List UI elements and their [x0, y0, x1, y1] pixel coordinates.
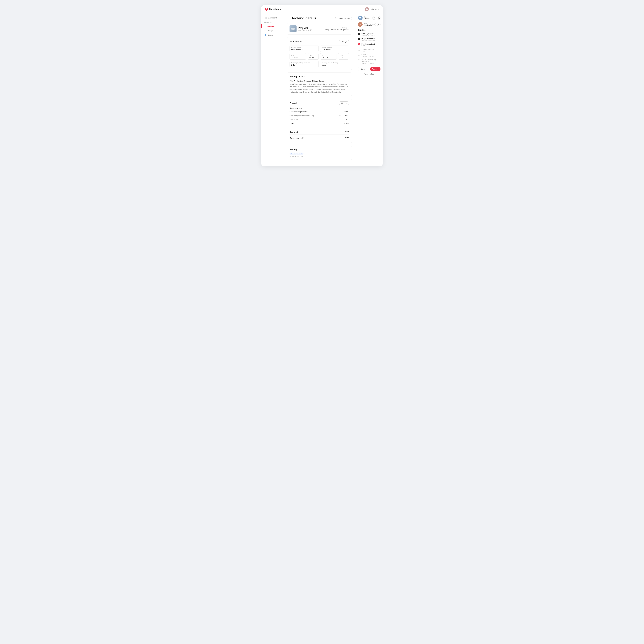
host-info: SL Host Simon L.: [358, 16, 371, 20]
from-date-field: From 13 June: [290, 53, 306, 60]
timeline-label-5: Check-out / Booking completion: [361, 59, 380, 63]
timeline-dot-inner-2: [359, 44, 359, 45]
timeline-item-5: Check-out / Booking completion 27 April …: [358, 59, 380, 64]
sidebar-item-dashboard[interactable]: ⬜ Dashboard: [261, 16, 283, 20]
logo: Cinédécors: [265, 8, 281, 11]
payout-fee-amount: €30: [346, 119, 349, 121]
approve-button[interactable]: Approve: [370, 67, 381, 71]
host-email-button[interactable]: ✉: [372, 16, 376, 20]
add-contract-button[interactable]: + Add contract: [358, 73, 380, 75]
guest-email-button[interactable]: ✉: [372, 23, 376, 26]
page-title: Booking details: [290, 16, 317, 20]
payout-prep-strikethrough: €1,380: [339, 115, 344, 117]
host-phone-button[interactable]: 📞: [377, 16, 380, 20]
guest-phone-button[interactable]: 📞: [377, 23, 380, 26]
timeline-dot-1: [358, 38, 360, 40]
payout-total-label: Total:: [290, 123, 294, 125]
sidebar-item-listings[interactable]: ≡ Listings: [261, 28, 283, 33]
time-to-value: 21:00: [340, 56, 347, 58]
payout-total-amount: €5,830: [344, 123, 349, 125]
sidebar-item-bookings[interactable]: ✓ Bookings: [261, 24, 283, 28]
page-header-left: ‹ Booking details: [287, 16, 317, 20]
bookings-icon: ✓: [264, 25, 266, 27]
timeline-dot-3: [358, 49, 360, 51]
timeline-dot-0: [358, 33, 360, 35]
host-row: SL Host Simon L. ✉ 📞: [358, 16, 380, 20]
activity-details-title: Activity details: [290, 75, 305, 78]
property-card: Paris Loft San Francisco, CA Booking ID …: [287, 23, 352, 35]
svg-marker-2: [291, 27, 295, 29]
form-row-prep-cleaning: Including days for preparations: 2 days …: [290, 61, 349, 67]
svg-rect-3: [292, 29, 294, 30]
sidebar-item-label: Listings: [267, 30, 273, 32]
user-menu[interactable]: NM Natali M. ▾: [365, 7, 379, 11]
timeline-item-1: Request accepted 19 March 2020, 11:13: [358, 38, 380, 41]
back-button[interactable]: ‹: [287, 17, 289, 20]
timeline-label-2: Pending contract: [361, 43, 375, 45]
guest-avatar: JB: [358, 22, 363, 27]
timeline-dot-inner-0: [359, 33, 359, 34]
main-details-change-button[interactable]: Change: [339, 40, 349, 43]
activity-description: Beautiful authentic room with private ba…: [290, 83, 349, 93]
payout-prep-amount-group: €1,380 €608: [339, 115, 349, 117]
guest-name: Jocelyn B.: [364, 24, 372, 26]
booking-id-label: Booking ID: [325, 27, 349, 29]
property-img-inner: [290, 25, 297, 32]
timeline-label-4: Check-in: [361, 54, 373, 56]
number-of-people-label: Number of people: [322, 47, 347, 48]
user-name: Natali M.: [370, 8, 377, 10]
app-name: Cinédécors: [269, 8, 281, 10]
time-from-value: 09:00: [309, 56, 317, 58]
property-image: [290, 25, 297, 32]
cancel-button[interactable]: Cancel: [358, 67, 369, 71]
status-badge: Pending contract: [335, 17, 352, 20]
activity-details-section: Activity details Film Production · Stran…: [287, 72, 352, 96]
sidebar-item-label: Bookings: [267, 25, 275, 27]
cleaning-days-field: Including days for cleaning: 1 day: [320, 61, 349, 67]
cinedecors-profit-amount: €785: [345, 137, 349, 139]
guest-row: JB Guest Jocelyn B. ✉ 📞: [358, 22, 380, 27]
timeline-list: Booking request 18 March 2020, 16:34 Req…: [358, 33, 380, 64]
timeline-sub2-3: Guest: [361, 50, 374, 52]
timeline-info-0: Booking request 18 March 2020, 16:34: [361, 33, 375, 36]
prep-days-field: Including days for preparations: 2 days: [290, 61, 319, 67]
payout-host-profit-row: Host profit €5,115: [290, 129, 349, 135]
sidebar: ⬜ Dashboard Managing ✓ Bookings ≡ Listin…: [261, 13, 283, 166]
timeline-label-3: Pending payment: [361, 48, 374, 50]
listings-icon: ≡: [264, 30, 266, 32]
activity-badge: Booking request: [290, 153, 304, 155]
timeline-item-0: Booking request 18 March 2020, 16:34: [358, 33, 380, 36]
payout-change-button[interactable]: Change: [339, 101, 349, 105]
payout-cinedecors-profit-row: Cinédécors profit €785: [290, 135, 349, 140]
timeline-info-3: Pending payment Guest: [361, 48, 374, 52]
guest-text: Guest Jocelyn B.: [364, 23, 372, 26]
payout-header: Payout Change: [290, 101, 349, 105]
dashboard-icon: ⬜: [264, 17, 267, 19]
timeline-info-5: Check-out / Booking completion 27 April …: [361, 59, 380, 64]
time-to-label: Time: [340, 54, 347, 56]
guest-payment-title: Guest payment: [290, 107, 349, 109]
planned-activity-label: Planned activity:: [291, 47, 317, 48]
right-panel: SL Host Simon L. ✉ 📞 JB: [356, 13, 383, 166]
guest-role: Guest: [364, 23, 372, 24]
booking-id-value: 6bfdjc4-8923he-83923u-qjjwd321: [325, 29, 349, 31]
main-details-section: Main details Change Planned activity: Fi…: [287, 37, 352, 70]
sidebar-item-label: Dashboard: [268, 17, 277, 19]
host-actions: ✉ 📞: [372, 16, 380, 20]
property-text: Paris Loft San Francisco, CA: [298, 27, 312, 31]
sidebar-item-users[interactable]: 👤 Users: [261, 33, 283, 37]
timeline-info-4: Check-in 25 April 2020, 12:00: [361, 54, 373, 57]
activity-details-header: Activity details: [290, 75, 349, 78]
payout-prep-amount: €608: [345, 115, 349, 117]
guest-info: JB Guest Jocelyn B.: [358, 22, 372, 27]
host-avatar: SL: [358, 16, 363, 20]
activity-log-section: Activity Booking request 18 March 2020, …: [287, 146, 352, 160]
to-date-field: To 18 June: [320, 53, 337, 60]
timeline-label-1: Request accepted: [361, 38, 375, 40]
timeline-item-3: Pending payment Guest: [358, 48, 380, 52]
planned-activity-field: Planned activity: Film Production: [290, 46, 319, 52]
timeline-dot-5: [358, 59, 360, 61]
activity-date: 18 March 2020, 14:40: [290, 156, 349, 157]
top-nav: Cinédécors NM Natali M. ▾: [261, 5, 383, 13]
form-row-dates: From 13 June Time 09:00 To 18 June Tim: [290, 53, 349, 60]
